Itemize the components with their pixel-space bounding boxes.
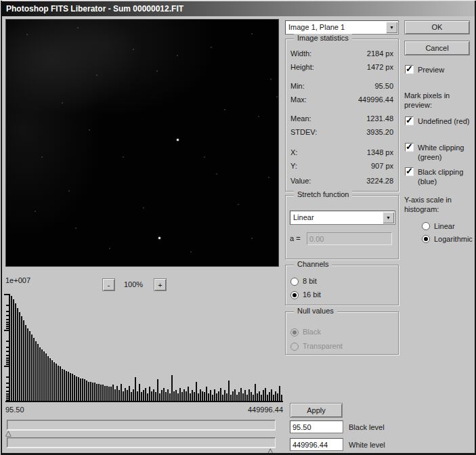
yaxis-logarithmic-label: Logarithmic bbox=[434, 235, 473, 243]
channels-8bit-radio[interactable] bbox=[290, 278, 299, 286]
histogram-bar bbox=[80, 378, 81, 401]
cancel-button[interactable]: Cancel bbox=[404, 41, 470, 56]
histogram-bar bbox=[82, 378, 83, 401]
histogram-bar bbox=[47, 356, 49, 401]
histogram-bar bbox=[137, 391, 138, 401]
a-parameter-input bbox=[307, 232, 392, 245]
histogram-plot[interactable] bbox=[9, 294, 284, 401]
channels-group: Channels 8 bit 16 bit bbox=[285, 265, 399, 305]
histogram-bar bbox=[279, 386, 280, 401]
white-level-slider-track[interactable] bbox=[7, 437, 276, 448]
histogram-bar bbox=[114, 389, 116, 401]
histogram-bar bbox=[23, 320, 24, 401]
histogram-bar bbox=[78, 377, 79, 401]
histogram-bar bbox=[102, 385, 104, 401]
histogram-bar bbox=[94, 383, 95, 401]
histogram-bar bbox=[257, 393, 258, 401]
image-preview[interactable] bbox=[5, 19, 279, 267]
white-clipping-checkbox[interactable]: ✓ bbox=[405, 143, 414, 152]
window-title: Photoshop FITS Liberator - Sum 00000012.… bbox=[6, 4, 183, 14]
histogram-bar bbox=[58, 366, 59, 401]
histogram-bar bbox=[45, 353, 47, 401]
black-level-label: Black level bbox=[349, 423, 385, 431]
star bbox=[35, 211, 36, 212]
histogram-bar bbox=[106, 386, 108, 401]
histogram-bar bbox=[259, 391, 260, 401]
channels-16bit-radio[interactable] bbox=[290, 291, 299, 299]
stat-label: STDEV: bbox=[290, 128, 317, 136]
yaxis-scale-heading: Y-axis scale in histogram: bbox=[404, 195, 469, 214]
black-clipping-checkbox[interactable]: ✓ bbox=[405, 167, 414, 176]
histogram-bar bbox=[98, 384, 100, 401]
undefined-checkbox[interactable]: ✓ bbox=[405, 116, 414, 125]
histogram-bar bbox=[84, 379, 85, 401]
ok-label: OK bbox=[432, 21, 443, 34]
yaxis-linear-label: Linear bbox=[434, 222, 455, 230]
histogram-bar bbox=[163, 388, 165, 401]
mark-pixels-heading: Mark pixels in preview: bbox=[404, 91, 467, 110]
preview-checkbox[interactable]: ✓ bbox=[405, 65, 414, 74]
histogram-bar bbox=[33, 338, 35, 401]
histogram-bar bbox=[153, 389, 154, 401]
apply-button[interactable]: Apply bbox=[290, 403, 343, 418]
histogram-bar bbox=[248, 389, 250, 401]
histogram-bar bbox=[196, 382, 197, 401]
stat-label: Width: bbox=[290, 49, 311, 58]
stat-value: 449996.44 bbox=[358, 95, 393, 104]
white-level-input[interactable] bbox=[290, 438, 343, 451]
histogram-bar bbox=[159, 393, 160, 401]
stat-label: X: bbox=[290, 148, 297, 156]
star bbox=[109, 248, 110, 249]
zoom-out-button[interactable]: - bbox=[102, 278, 115, 291]
radio-dot bbox=[424, 237, 428, 241]
white-level-slider-thumb[interactable]: △ bbox=[267, 448, 273, 454]
star bbox=[238, 204, 239, 205]
black-level-input[interactable] bbox=[290, 420, 343, 433]
star bbox=[77, 27, 79, 28]
star bbox=[177, 139, 179, 141]
histogram-bar bbox=[198, 393, 199, 401]
star bbox=[251, 238, 253, 239]
plane-selector-dropdown[interactable]: Image 1, Plane 1 ▼ bbox=[285, 20, 399, 35]
histogram-bar bbox=[216, 393, 217, 401]
histogram-bar bbox=[11, 296, 12, 401]
histogram-bar bbox=[255, 384, 256, 401]
yaxis-logarithmic-radio[interactable] bbox=[422, 235, 430, 243]
stat-label: Max: bbox=[290, 95, 307, 104]
stat-value: 1348 px bbox=[367, 148, 393, 156]
histogram-bar bbox=[139, 384, 140, 401]
image-statistics-group: Image statistics Width:2184 px Height:14… bbox=[285, 39, 399, 192]
black-level-slider-track[interactable] bbox=[7, 420, 276, 430]
histogram-bar bbox=[133, 389, 134, 401]
histogram-bar bbox=[51, 360, 53, 401]
histogram-bar bbox=[234, 389, 236, 401]
histogram-bar bbox=[204, 392, 205, 401]
ok-button[interactable]: OK bbox=[404, 20, 470, 35]
histogram-bar bbox=[194, 392, 195, 401]
stretch-function-dropdown[interactable]: Linear ▼ bbox=[290, 211, 395, 225]
histogram-bar bbox=[74, 375, 75, 401]
radio-dot bbox=[293, 330, 297, 334]
histogram-bar bbox=[53, 362, 55, 401]
black-level-slider-thumb[interactable]: △ bbox=[5, 430, 11, 436]
star bbox=[224, 109, 225, 110]
null-black-radio bbox=[290, 328, 299, 337]
histogram-bar bbox=[149, 387, 150, 401]
star bbox=[158, 237, 160, 239]
histogram-bar bbox=[269, 392, 270, 401]
stretch-function-arrow-button[interactable]: ▼ bbox=[383, 212, 394, 223]
histogram-bar bbox=[173, 391, 175, 401]
histogram-bar bbox=[110, 387, 112, 401]
title-bar: Photoshop FITS Liberator - Sum 00000012.… bbox=[2, 1, 475, 16]
histogram-bar bbox=[121, 384, 122, 401]
plane-selector-arrow-button[interactable]: ▼ bbox=[386, 22, 397, 33]
yaxis-linear-radio[interactable] bbox=[422, 222, 430, 230]
histogram-bar bbox=[123, 391, 124, 401]
stat-row: Y:907 px bbox=[290, 162, 393, 170]
histogram-bar bbox=[145, 388, 146, 401]
zoom-in-button[interactable]: + bbox=[154, 278, 167, 291]
histogram-bar bbox=[155, 392, 156, 401]
null-values-legend: Null values bbox=[294, 307, 337, 315]
histogram-bar bbox=[129, 386, 130, 401]
histogram-bar bbox=[76, 376, 77, 401]
